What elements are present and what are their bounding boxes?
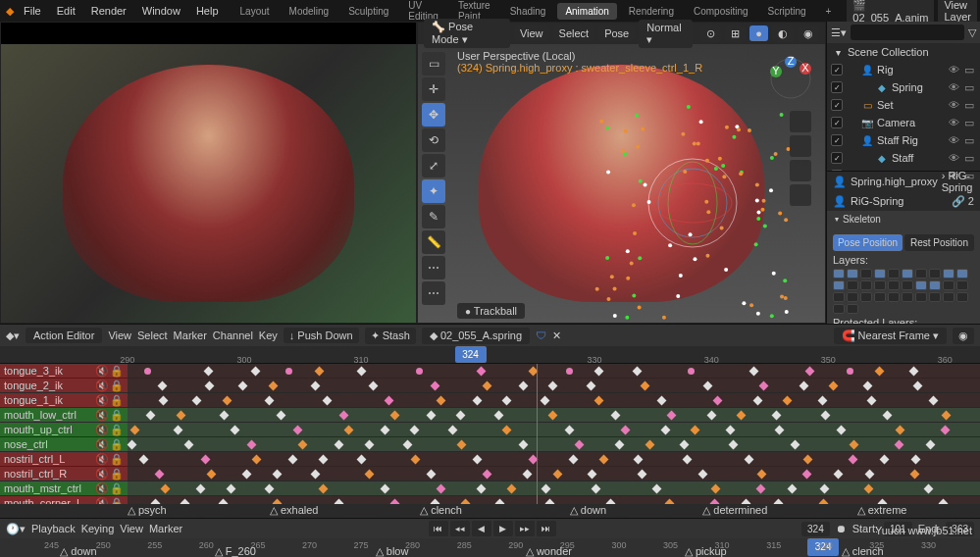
layer-toggle[interactable] [956, 269, 968, 278]
stash-button[interactable]: ✦ Stash [365, 328, 416, 344]
nav-gizmo[interactable]: X Z Y [766, 54, 815, 103]
keyframe[interactable] [656, 396, 666, 406]
keyframe[interactable] [298, 440, 308, 450]
keyframe[interactable] [477, 367, 487, 377]
tool-transform[interactable]: ✦ [422, 179, 445, 203]
keyframe[interactable] [641, 381, 650, 391]
keyframe[interactable] [775, 426, 785, 435]
keyframe[interactable] [594, 367, 604, 377]
auto-key-icon[interactable]: ⏺ [836, 523, 847, 534]
ds-menu-channel[interactable]: Channel [213, 329, 253, 341]
keyframe[interactable] [272, 470, 282, 480]
layer-toggle[interactable] [874, 292, 886, 302]
keyframe[interactable] [910, 470, 920, 480]
keyframe[interactable] [783, 396, 793, 406]
track[interactable] [128, 364, 980, 379]
layer-toggle[interactable] [833, 280, 845, 290]
keyframe[interactable] [867, 396, 877, 406]
timeline-body[interactable]: 324 245250255260265270275280285290295300… [0, 538, 980, 557]
keyframe[interactable] [364, 440, 374, 450]
keyframe[interactable] [757, 470, 767, 480]
track[interactable] [128, 452, 980, 467]
snap-selector[interactable]: 🧲 Nearest Frame ▾ [834, 328, 947, 344]
keyframe[interactable] [633, 367, 643, 377]
keyframe[interactable] [338, 411, 348, 421]
keyframe[interactable] [882, 411, 892, 421]
outliner-item-spring[interactable]: ✓◆Spring👁▭ [827, 78, 980, 96]
restrict-icon[interactable]: ▭ [962, 99, 976, 112]
keyframe[interactable] [356, 455, 366, 465]
mode-selector[interactable]: 🦴 Pose Mode ▾ [424, 19, 510, 48]
keyframe[interactable] [896, 426, 905, 435]
keyframe[interactable] [381, 484, 390, 494]
menu-edit[interactable]: Edit [51, 3, 81, 19]
tool-extra1[interactable]: ⋯ [422, 256, 445, 279]
layer-toggle[interactable] [943, 292, 954, 302]
layer-toggle[interactable] [956, 280, 968, 290]
keyframe[interactable] [610, 411, 620, 421]
keyframe[interactable] [196, 484, 206, 494]
keyframe[interactable] [552, 470, 562, 480]
layer-toggle[interactable] [888, 280, 900, 290]
keyframe[interactable] [357, 367, 367, 377]
keyframe[interactable] [265, 396, 275, 406]
keyframe[interactable] [548, 381, 558, 391]
channel-tongue_1_ik[interactable]: tongue_1_ik🔇🔒 [0, 393, 128, 408]
tool-move[interactable]: ✥ [422, 103, 445, 127]
mute-icon[interactable]: 🔇 [95, 380, 109, 392]
tool-select[interactable]: ▭ [422, 52, 445, 76]
keyframe[interactable] [206, 470, 216, 480]
keyframe[interactable] [502, 426, 512, 435]
layer-toggle[interactable] [902, 280, 913, 290]
keyframe[interactable] [942, 411, 952, 421]
keyframe[interactable] [913, 381, 923, 391]
checkbox-icon[interactable]: ✓ [831, 64, 843, 76]
marker-exhaled[interactable]: △ exhaled [270, 504, 319, 517]
pan-icon[interactable] [790, 135, 811, 157]
keyframe[interactable] [660, 426, 670, 435]
lock-icon[interactable]: 🔒 [110, 424, 124, 436]
eye-icon[interactable]: 👁 [947, 152, 960, 165]
keyframe[interactable] [725, 426, 735, 435]
push-down-button[interactable]: ↓ Push Down [284, 328, 359, 343]
camera-icon[interactable] [790, 160, 811, 181]
rig-selector[interactable]: 👤 RiG-Spring 🔗 2 [827, 191, 980, 211]
shading-wireframe[interactable]: ⊞ [725, 25, 746, 42]
current-frame-input[interactable]: 324 [801, 522, 830, 536]
restrict-icon[interactable]: ▭ [962, 152, 976, 165]
mute-icon[interactable]: 🔇 [95, 365, 109, 378]
lock-icon[interactable]: 🔒 [110, 365, 124, 378]
playhead[interactable] [537, 364, 538, 504]
channel-nostril_ctrl_L[interactable]: nostril_ctrl_L🔇🔒 [0, 452, 128, 467]
keyframe[interactable] [456, 440, 466, 450]
current-frame-indicator[interactable]: 324 [455, 346, 487, 363]
keyframe[interactable] [745, 455, 754, 465]
keyframe[interactable] [683, 455, 693, 465]
keyframe[interactable] [277, 411, 286, 421]
keyframe[interactable] [344, 426, 354, 435]
outliner-item-rig[interactable]: ✓👤Rig👁▭ [827, 61, 980, 78]
restrict-icon[interactable]: ▭ [962, 64, 976, 76]
tl-menu-marker[interactable]: Marker [149, 523, 182, 534]
checkbox-icon[interactable]: ✓ [831, 152, 843, 164]
keyframe[interactable] [448, 426, 458, 435]
layer-toggle[interactable] [929, 280, 941, 290]
layer-toggle[interactable] [833, 304, 845, 314]
fake-user-icon[interactable]: 🛡 [536, 329, 546, 341]
keyframe[interactable] [251, 367, 261, 377]
keyframe[interactable] [829, 381, 839, 391]
frame-ruler[interactable]: 290300310320330340350360 324 [0, 346, 980, 364]
keyframe[interactable] [502, 396, 512, 406]
keyframe[interactable] [252, 455, 262, 465]
lock-icon[interactable]: 🔒 [110, 409, 124, 422]
keyframe[interactable] [752, 396, 762, 406]
tab-modeling[interactable]: Modeling [282, 3, 337, 20]
overlay-toggle[interactable]: ⊙ [700, 25, 721, 42]
keyframe[interactable] [173, 426, 182, 435]
keyframe[interactable] [821, 411, 831, 421]
keyframe[interactable] [541, 396, 550, 406]
channel-mouth_low_ctrl[interactable]: mouth_low_ctrl🔇🔒 [0, 408, 128, 423]
track[interactable] [128, 423, 980, 437]
keyframe[interactable] [223, 396, 232, 406]
track[interactable] [128, 481, 980, 496]
